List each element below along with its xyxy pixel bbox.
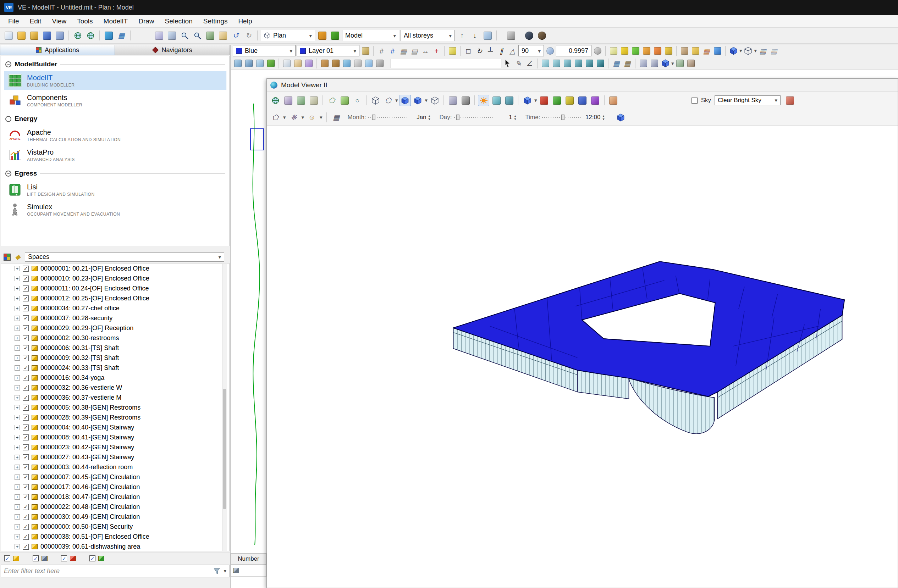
parallel-icon[interactable] — [497, 46, 506, 56]
polygon-icon[interactable] — [326, 95, 337, 106]
undo-icon[interactable] — [230, 30, 241, 41]
expand-icon[interactable] — [15, 504, 20, 510]
tree-row[interactable]: 00000000: 00.50-[GEN] Security — [1, 522, 229, 531]
menu-view[interactable]: View — [46, 15, 72, 27]
hammer-icon[interactable] — [680, 46, 689, 56]
chevron-down-icon[interactable] — [301, 114, 304, 121]
row-checkbox[interactable] — [23, 405, 29, 411]
face-tool-icon[interactable] — [562, 58, 572, 68]
wand-icon[interactable] — [609, 46, 618, 56]
sphere-mode-icon[interactable] — [288, 112, 300, 123]
export-cubes-icon[interactable] — [521, 95, 533, 106]
hexagon-icon[interactable] — [383, 95, 394, 106]
previous-view-icon[interactable] — [317, 30, 328, 41]
dimension-icon[interactable] — [420, 46, 431, 56]
sun-path-icon[interactable] — [523, 30, 535, 41]
tree-row[interactable]: 00000008: 00.41-[GEN] Stairway — [1, 432, 229, 442]
menu-modelit[interactable]: ModelIT — [98, 15, 134, 27]
tree-row[interactable]: 00000029: 00.29-[OF] Reception — [1, 323, 229, 333]
time-spinner[interactable] — [603, 114, 608, 121]
tab-applications[interactable]: Applications — [0, 45, 115, 55]
expand-icon[interactable] — [15, 484, 20, 490]
save-icon[interactable] — [41, 30, 52, 41]
storey-up-icon[interactable] — [456, 30, 467, 41]
tree-row[interactable]: 00000007: 00.45-[GEN] Circulation — [1, 472, 229, 482]
group-cube-icon[interactable] — [429, 95, 440, 106]
app-item-apache[interactable]: APACHE Apache THERMAL CALCULATION AND SI… — [4, 126, 226, 145]
view-cube-icon[interactable] — [660, 58, 670, 68]
display-mode-select[interactable]: Model — [342, 30, 399, 41]
sky-checkbox[interactable] — [692, 98, 698, 104]
next-view-icon[interactable] — [329, 30, 341, 41]
menu-edit[interactable]: Edit — [25, 15, 47, 27]
add-vertex-icon[interactable] — [431, 46, 441, 56]
angle-snap-select[interactable]: 90 — [518, 45, 544, 57]
collapse-icon[interactable] — [5, 116, 11, 122]
scrollbar-thumb[interactable] — [223, 389, 226, 509]
daylight-tools-icon[interactable] — [491, 95, 502, 106]
layer-checkbox[interactable] — [61, 555, 67, 561]
chevron-down-icon[interactable] — [740, 48, 742, 54]
chevron-down-icon[interactable] — [395, 97, 398, 104]
brick-icon[interactable] — [690, 46, 700, 56]
expand-icon[interactable] — [15, 415, 20, 420]
sky-select[interactable]: Clear Bright Sky — [715, 95, 781, 105]
expand-icon[interactable] — [15, 465, 20, 470]
expand-icon[interactable] — [15, 375, 20, 381]
storey-raise-icon[interactable] — [233, 58, 243, 68]
month-slider[interactable] — [368, 114, 408, 121]
tree-row[interactable]: 00000009: 00.32-[TS] Shaft — [1, 353, 229, 363]
window-icon[interactable] — [342, 58, 352, 68]
model-cube-button[interactable] — [615, 112, 626, 123]
cone-icon[interactable] — [641, 46, 651, 56]
table-split-icon[interactable] — [409, 46, 419, 56]
chevron-down-icon[interactable] — [671, 60, 674, 67]
colour-select[interactable]: Blue — [233, 45, 295, 57]
target-icon[interactable] — [592, 46, 603, 56]
export-icon[interactable] — [54, 30, 65, 41]
tree-row[interactable]: 00000003: 00.44-reflection room — [1, 462, 229, 472]
layer-checkbox[interactable] — [89, 555, 95, 561]
spaces-select[interactable]: Spaces — [25, 252, 224, 262]
app-item-lisi[interactable]: Lisi LIFT DESIGN AND SIMULATION — [4, 180, 226, 199]
expand-icon[interactable] — [15, 385, 20, 390]
shading-tools-icon[interactable] — [503, 95, 515, 106]
rect-space-icon[interactable] — [463, 46, 473, 56]
row-checkbox[interactable] — [23, 514, 29, 520]
layer-checkbox[interactable] — [4, 555, 10, 561]
align-right-icon[interactable] — [649, 58, 659, 68]
tree-row[interactable]: 00000011: 00.24-[OF] Enclosed Office — [1, 283, 229, 293]
area-select-icon[interactable] — [166, 30, 177, 41]
row-checkbox[interactable] — [23, 444, 29, 450]
expand-icon[interactable] — [15, 286, 20, 291]
row-checkbox[interactable] — [23, 276, 29, 282]
tree-row[interactable]: 00000022: 00.48-[GEN] Circulation — [1, 502, 229, 512]
tree-row[interactable]: 00000024: 00.33-[TS] Shaft — [1, 363, 229, 373]
grid-edit-icon[interactable] — [701, 46, 711, 56]
row-checkbox[interactable] — [23, 534, 29, 540]
chevron-down-icon[interactable] — [320, 114, 323, 121]
tree-row[interactable]: 00000036: 00.37-vestierie M — [1, 393, 229, 402]
chevron-down-icon[interactable] — [425, 97, 428, 104]
row-checkbox[interactable] — [23, 325, 29, 331]
new-file-icon[interactable] — [3, 30, 14, 41]
edge-tool-icon[interactable] — [551, 58, 561, 68]
double-door-icon[interactable] — [331, 58, 341, 68]
storey-new-icon[interactable] — [255, 58, 264, 68]
coordinate-input[interactable] — [391, 59, 501, 68]
expand-icon[interactable] — [15, 266, 20, 271]
tree-row[interactable]: 00000037: 00.28-security — [1, 313, 229, 323]
columns2-icon[interactable] — [769, 46, 779, 56]
layer-checkbox[interactable] — [33, 555, 38, 561]
row-checkbox[interactable] — [23, 434, 29, 441]
expand-icon[interactable] — [15, 365, 20, 371]
building-icon[interactable] — [447, 95, 458, 106]
row-checkbox[interactable] — [23, 504, 29, 510]
expand-icon[interactable] — [15, 445, 20, 450]
expand-icon[interactable] — [15, 336, 20, 341]
tree-row[interactable]: 00000039: 00.61-dishwashing area — [1, 542, 229, 551]
tree-row[interactable]: 00000023: 00.42-[GEN] Stairway — [1, 442, 229, 452]
yellow-book-icon[interactable] — [564, 95, 575, 106]
open-folder-icon[interactable] — [15, 30, 27, 41]
view-mode-select[interactable]: Plan — [261, 30, 315, 41]
